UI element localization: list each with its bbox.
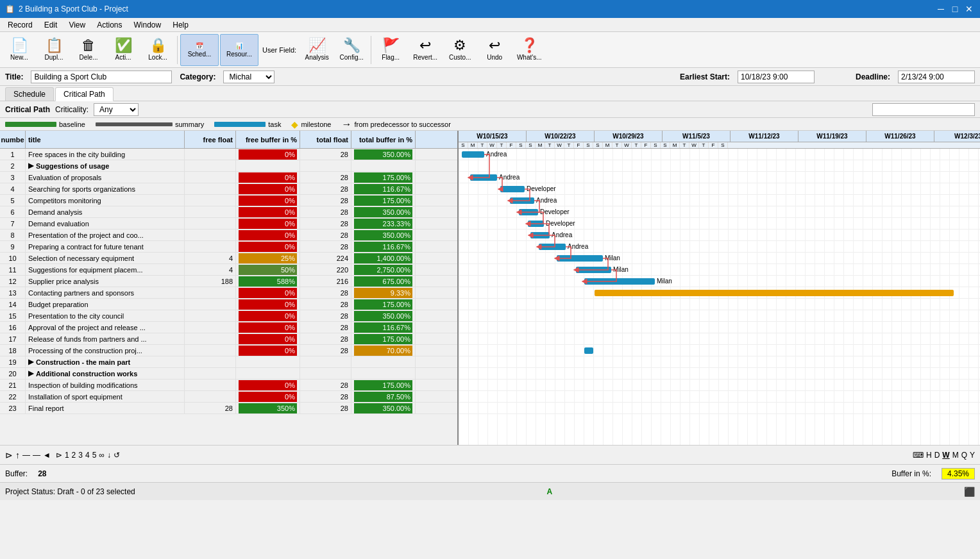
- nav-left[interactable]: —: [22, 451, 30, 460]
- cell-total-float: [300, 368, 351, 379]
- page-3[interactable]: 3: [78, 451, 83, 460]
- cell-num: 13: [0, 287, 26, 298]
- schedule-button[interactable]: 📅 Sched...: [180, 34, 219, 66]
- table-row[interactable]: 19▶Construction - the main part: [0, 356, 457, 368]
- table-row[interactable]: 22Installation of sport equipment0%2887.…: [0, 391, 457, 403]
- cell-num: 19: [0, 356, 26, 367]
- cell-num: 3: [0, 172, 26, 183]
- cell-free-float: [185, 391, 236, 402]
- table-row[interactable]: 20▶Additional construction works: [0, 368, 457, 380]
- menu-actions[interactable]: Actions: [92, 19, 127, 31]
- schedule-icon: 📅: [196, 42, 203, 49]
- time-w[interactable]: W: [942, 451, 949, 460]
- cell-total-float: 28: [300, 299, 351, 310]
- gantt-nav-left[interactable]: ⌨: [913, 451, 924, 460]
- category-dropdown[interactable]: Michal: [223, 71, 275, 83]
- table-row[interactable]: 4Searching for sports organizations0%281…: [0, 183, 457, 195]
- time-h[interactable]: H: [926, 451, 932, 460]
- time-d[interactable]: D: [934, 451, 940, 460]
- cell-free-buf: 0%: [236, 345, 300, 356]
- delete-button[interactable]: 🗑 Dele...: [72, 34, 105, 66]
- page-4[interactable]: 4: [85, 451, 90, 460]
- nav-prev[interactable]: ↑: [15, 450, 20, 460]
- gantt-body[interactable]: AndreaAndreaDeveloperAndreaDeveloperDeve…: [459, 149, 980, 445]
- earliest-start-input[interactable]: [738, 71, 815, 83]
- table-row[interactable]: 14Budget preparation0%28175.00%: [0, 299, 457, 310]
- undo-button[interactable]: ↩ Undo: [478, 34, 511, 66]
- cell-title: Preparing a contract for future tenant: [26, 241, 185, 252]
- menu-view[interactable]: View: [63, 19, 90, 31]
- table-row[interactable]: 18Processing of the construction proj...…: [0, 345, 457, 356]
- table-row[interactable]: 10Selection of necessary equipment425%22…: [0, 253, 457, 264]
- gantt-bar-label: Andrea: [568, 243, 588, 250]
- cell-title: ▶Suggestions of usage: [26, 160, 185, 171]
- close-button[interactable]: ✕: [963, 3, 975, 15]
- menu-record[interactable]: Record: [3, 19, 38, 31]
- table-row[interactable]: 8Presentation of the project and coo...0…: [0, 229, 457, 241]
- table-row[interactable]: 9Preparing a contract for future tenant0…: [0, 241, 457, 253]
- table-row[interactable]: 7Demand evaluation0%28233.33%: [0, 218, 457, 229]
- criticality-dropdown[interactable]: Any: [94, 103, 139, 116]
- gantt-row: [459, 172, 980, 183]
- table-row[interactable]: 6Demand analysis0%28350.00%: [0, 206, 457, 218]
- duplicate-button[interactable]: 📋 Dupl...: [37, 34, 71, 66]
- page-inf[interactable]: ∞: [99, 451, 105, 460]
- table-row[interactable]: 17Release of funds from partners and ...…: [0, 333, 457, 345]
- page-5[interactable]: 5: [92, 451, 97, 460]
- time-m[interactable]: M: [952, 451, 959, 460]
- cell-total-buf: 675.00%: [351, 276, 416, 287]
- cell-title: Processing of the construction proj...: [26, 345, 185, 356]
- page-2[interactable]: 2: [72, 451, 76, 460]
- table-row[interactable]: 1Free spaces in the city building0%28350…: [0, 149, 457, 160]
- menu-window[interactable]: Window: [129, 19, 167, 31]
- page-1[interactable]: 1: [65, 451, 69, 460]
- cell-free-float: 4: [185, 253, 236, 263]
- nav-first[interactable]: ⊳: [5, 450, 13, 460]
- resource-button[interactable]: 📊 Resour...: [220, 34, 258, 66]
- config-button[interactable]: 🔧 Config...: [335, 34, 368, 66]
- nav-down[interactable]: ↓: [107, 451, 111, 460]
- minimize-button[interactable]: ─: [935, 3, 947, 15]
- table-row[interactable]: 23Final report28350%28350.00%: [0, 403, 457, 414]
- cell-total-buf: 116.67%: [351, 183, 416, 194]
- table-row[interactable]: 12Supplier price analysis188588%216675.0…: [0, 276, 457, 287]
- table-row[interactable]: 21Inspection of building modifications0%…: [0, 380, 457, 391]
- time-y[interactable]: Y: [970, 451, 975, 460]
- flag-button[interactable]: 🚩 Flag...: [374, 34, 407, 66]
- table-row[interactable]: 2▶Suggestions of usage: [0, 160, 457, 172]
- properties-row: Title: Category: Michal Earliest Start: …: [0, 68, 980, 86]
- table-row[interactable]: 3Evaluation of proposals0%28175.00%: [0, 172, 457, 183]
- customize-button[interactable]: ⚙ Custo...: [443, 34, 477, 66]
- table-row[interactable]: 15Presentation to the city council0%2835…: [0, 310, 457, 322]
- cell-total-float: 28: [300, 206, 351, 217]
- cell-title: Suggestions for equipment placem...: [26, 264, 185, 275]
- table-row[interactable]: 16Approval of the project and release ..…: [0, 322, 457, 333]
- maximize-button[interactable]: □: [949, 3, 961, 15]
- tab-schedule[interactable]: Schedule: [5, 87, 54, 101]
- revert-button[interactable]: ↩ Revert...: [409, 34, 442, 66]
- table-row[interactable]: 5Competitors monitoring0%28175.00%: [0, 195, 457, 206]
- buf-pct-label: Buffer in %:: [891, 469, 931, 478]
- table-row[interactable]: 11Suggestions for equipment placem...450…: [0, 264, 457, 276]
- whats-new-button[interactable]: ❓ What's...: [512, 34, 546, 66]
- cell-total-buf: 116.67%: [351, 322, 416, 333]
- cell-free-buf: 0%: [236, 206, 300, 217]
- activate-button[interactable]: ✅ Acti...: [106, 34, 140, 66]
- search-input[interactable]: [872, 103, 975, 116]
- title-input[interactable]: [31, 71, 172, 83]
- cell-title: Evaluation of proposals: [26, 172, 185, 183]
- analysis-button[interactable]: 📈 Analysis: [300, 34, 334, 66]
- tab-critical-path[interactable]: Critical Path: [55, 87, 114, 101]
- status-online-icon: ⬛: [964, 487, 975, 497]
- new-button[interactable]: 📄 New...: [3, 34, 36, 66]
- menu-help[interactable]: Help: [167, 19, 194, 31]
- deadline-input[interactable]: [898, 71, 975, 83]
- table-row[interactable]: 13Contacting partners and sponsors0%289.…: [0, 287, 457, 299]
- menu-edit[interactable]: Edit: [39, 19, 63, 31]
- time-q[interactable]: Q: [961, 451, 967, 460]
- nav-left2[interactable]: ◄: [43, 451, 51, 460]
- nav-refresh[interactable]: ↺: [114, 451, 120, 460]
- lock-button[interactable]: 🔒 Lock...: [141, 34, 174, 66]
- nav-prev2[interactable]: —: [33, 451, 40, 460]
- cell-free-buf: 0%: [236, 299, 300, 310]
